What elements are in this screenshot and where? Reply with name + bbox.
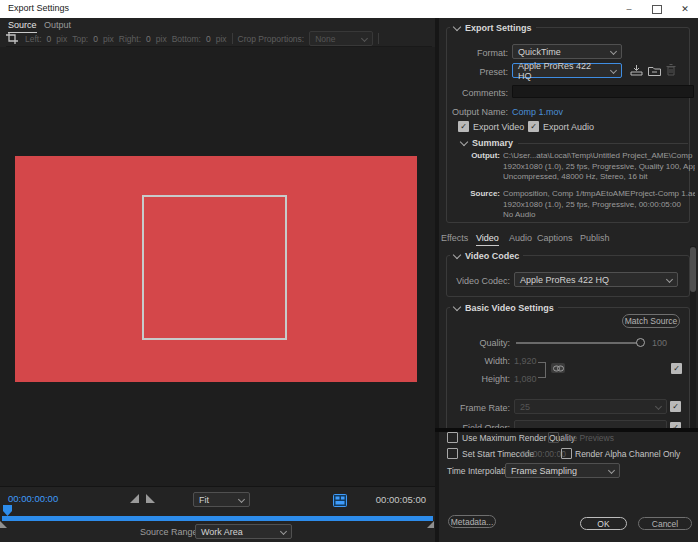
crop-bottom-label: Bottom: (172, 34, 201, 44)
save-preset-icon (630, 65, 643, 76)
crop-icon[interactable] (6, 32, 18, 46)
crop-bottom-value[interactable]: 0 (206, 34, 211, 44)
tab-captions[interactable]: Captions (537, 233, 573, 245)
quality-label: Quality: (439, 338, 510, 348)
link-dimensions-toggle[interactable] (551, 363, 565, 373)
set-start-timecode-checkbox[interactable] (447, 448, 458, 459)
dimensions-match-checkbox[interactable] (671, 363, 682, 374)
use-previews-checkbox[interactable] (548, 432, 559, 443)
time-interpolation-dropdown[interactable]: Frame Sampling (505, 463, 620, 478)
dimension-bracket (538, 362, 546, 378)
in-point-icon[interactable] (130, 494, 139, 503)
video-codec-header[interactable]: Video Codec (450, 250, 523, 261)
chevron-down-icon (361, 35, 368, 42)
preset-dropdown[interactable]: Apple ProRes 422 HQ (512, 63, 622, 78)
import-preset-button[interactable] (648, 65, 661, 78)
zoom-level-dropdown[interactable]: Fit (193, 492, 250, 507)
crop-top-label: Top: (72, 34, 88, 44)
quality-value: 100 (652, 338, 667, 348)
output-preview-toggle[interactable] (333, 494, 347, 509)
tab-audio[interactable]: Audio (509, 233, 532, 245)
frame-rate-dropdown[interactable]: 25 (514, 399, 667, 414)
basic-video-settings-header[interactable]: Basic Video Settings (450, 302, 558, 313)
preview-square-outline (142, 195, 287, 340)
export-video-label: Export Video (473, 122, 524, 132)
summary-output-label: Output: (438, 151, 500, 160)
crop-toolbar: Left: 0 pix Top: 0 pix Right: 0 pix Bott… (6, 31, 432, 47)
collapse-chevron-icon (453, 302, 461, 310)
crop-left-value[interactable]: 0 (47, 34, 52, 44)
duration-timecode: 00:00:05:00 (376, 494, 426, 505)
crop-proportions-label: Crop Proportions: (238, 34, 305, 44)
export-audio-checkbox[interactable] (528, 121, 539, 132)
summary-source-label: Source: (438, 189, 500, 198)
match-source-button[interactable]: Match Source (622, 314, 680, 328)
use-previews-label: Use Previews (562, 433, 614, 443)
field-order-dropdown[interactable] (514, 420, 667, 428)
frame-rate-match-checkbox[interactable] (670, 401, 681, 412)
crop-right-unit: pix (156, 34, 167, 44)
output-name-link[interactable]: Comp 1.mov (512, 107, 563, 117)
toolbar-divider (378, 33, 379, 44)
maximize-button[interactable] (644, 0, 670, 18)
header-rule (518, 143, 688, 144)
crop-right-label: Right: (119, 34, 141, 44)
cancel-button[interactable]: Cancel (638, 517, 692, 530)
export-video-checkbox[interactable] (458, 121, 469, 132)
work-area-end-handle[interactable] (427, 521, 434, 528)
video-codec-dropdown[interactable]: Apple ProRes 422 HQ (514, 272, 678, 287)
crop-left-unit: pix (56, 34, 67, 44)
video-settings-scroll-area: Video Codec Video Codec: Apple ProRes 42… (439, 246, 698, 428)
quality-slider[interactable] (516, 342, 642, 344)
format-label: Format: (446, 48, 508, 58)
tab-video[interactable]: Video (476, 233, 499, 246)
metadata-button[interactable]: Metadata... (448, 515, 496, 528)
title-bar (0, 0, 698, 18)
delete-preset-button[interactable] (666, 64, 676, 78)
ok-button[interactable]: OK (580, 517, 627, 530)
crop-bottom-unit: pix (216, 34, 227, 44)
chevron-down-icon (608, 467, 615, 474)
width-value[interactable]: 1,920 (514, 356, 537, 366)
crop-top-unit: pix (103, 34, 114, 44)
chevron-down-icon (610, 67, 617, 74)
crop-right-value[interactable]: 0 (146, 34, 151, 44)
summary-header[interactable]: Summary (461, 138, 688, 148)
toolbar-divider (232, 33, 233, 44)
use-max-render-checkbox[interactable] (447, 432, 458, 443)
comments-input[interactable] (512, 85, 694, 98)
timeline-track[interactable] (2, 516, 433, 521)
scrollbar-thumb[interactable] (690, 247, 696, 292)
current-timecode: 00:00:00:00 (8, 493, 58, 504)
tab-publish[interactable]: Publish (580, 233, 610, 245)
render-alpha-label: Render Alpha Channel Only (575, 449, 680, 459)
import-preset-icon (648, 65, 661, 76)
export-settings-header[interactable]: Export Settings (450, 22, 536, 33)
height-value[interactable]: 1,080 (514, 374, 537, 384)
minimize-button[interactable]: – (616, 0, 642, 18)
crop-proportions-dropdown[interactable]: None (309, 31, 373, 46)
chain-link-icon (553, 365, 564, 372)
work-area-start-handle[interactable] (0, 521, 7, 528)
out-point-icon[interactable] (146, 494, 155, 503)
export-audio-label: Export Audio (543, 122, 594, 132)
quality-slider-handle[interactable] (636, 338, 645, 347)
tab-effects[interactable]: Effects (441, 233, 468, 245)
preset-label: Preset: (446, 67, 508, 77)
chevron-down-icon (655, 403, 662, 410)
chevron-down-icon (238, 496, 245, 503)
frame-rate-label: Frame Rate: (439, 403, 510, 413)
render-alpha-checkbox[interactable] (561, 448, 572, 459)
source-range-label: Source Range: (140, 527, 200, 537)
source-range-dropdown[interactable]: Work Area (195, 524, 292, 539)
crop-top-value[interactable]: 0 (93, 34, 98, 44)
start-timecode-value[interactable]: 00:00:00:00 (521, 449, 566, 459)
blue-grid-icon (333, 494, 347, 507)
format-dropdown[interactable]: QuickTime (512, 44, 622, 59)
summary-source-lines: Composition, Comp 1/tmpAEtoAMEProject-Co… (503, 189, 695, 221)
export-settings-dialog: Export Settings – ✕ Source Output Left: … (0, 0, 698, 542)
save-preset-button[interactable] (630, 65, 643, 78)
close-button[interactable]: ✕ (672, 0, 698, 18)
video-codec-label: Video Codec: (439, 276, 510, 286)
section-divider (435, 428, 698, 432)
